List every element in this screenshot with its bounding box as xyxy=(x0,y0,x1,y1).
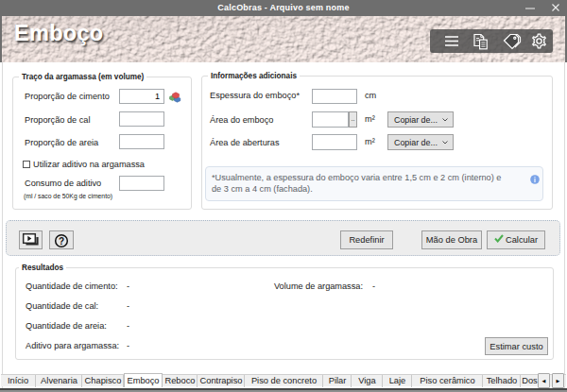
svg-text:?: ? xyxy=(59,235,64,246)
